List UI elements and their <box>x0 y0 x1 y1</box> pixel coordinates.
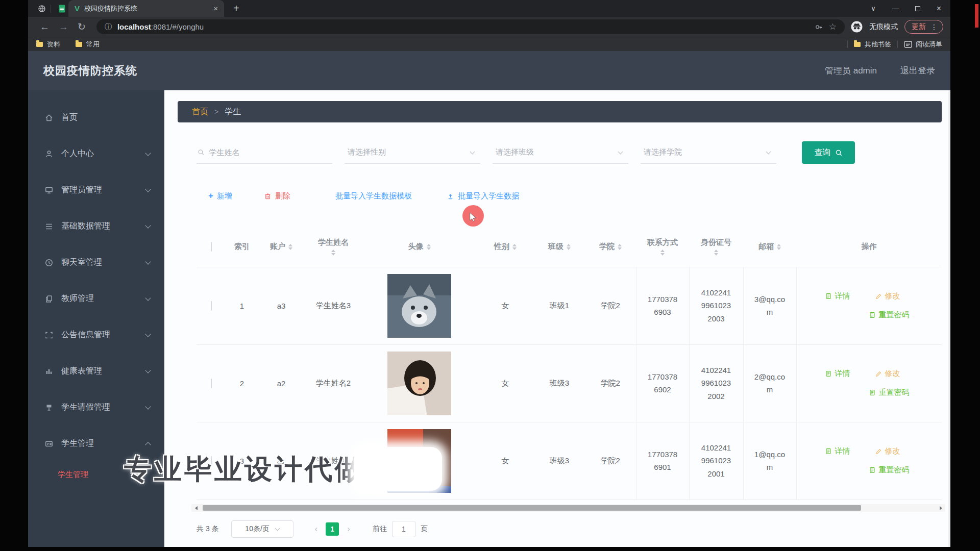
row-checkbox[interactable] <box>211 379 212 388</box>
sort-carets-icon[interactable] <box>512 244 517 250</box>
sort-carets-icon[interactable] <box>288 244 292 250</box>
update-button[interactable]: 更新 ⋮ <box>904 20 943 34</box>
detail-button[interactable]: 详情 <box>825 369 850 379</box>
tab-search-icon[interactable]: ∨ <box>871 5 876 12</box>
active-tab[interactable]: V 校园疫情防控系统 × <box>68 0 224 17</box>
cell-email: 3@qq.com <box>743 267 796 344</box>
reading-list[interactable]: 阅读清单 <box>904 40 942 49</box>
sidebar-item-leave-mgmt[interactable]: 学生请假管理 <box>28 389 164 425</box>
current-page-button[interactable]: 1 <box>326 522 339 536</box>
pencil-icon <box>875 293 882 300</box>
sidebar-item-announcement[interactable]: 公告信息管理 <box>28 317 164 353</box>
table-horizontal-scrollbar[interactable] <box>191 504 945 512</box>
tab-close-icon[interactable]: × <box>213 4 218 13</box>
gender-select[interactable]: 请选择性别 <box>345 141 480 164</box>
prev-page-button[interactable]: ‹ <box>315 524 318 534</box>
sort-carets-icon[interactable] <box>427 244 431 250</box>
import-data-link[interactable]: 批量导入学生数据 <box>447 191 519 201</box>
minimize-button[interactable]: — <box>892 5 899 12</box>
tab-separator <box>51 5 51 13</box>
page-size-select[interactable]: 10条/页 <box>231 520 293 538</box>
scroll-right-icon[interactable] <box>937 504 945 512</box>
sort-carets-icon[interactable] <box>567 244 571 250</box>
edit-button[interactable]: 修改 <box>875 369 900 379</box>
col-name[interactable]: 学生姓名 <box>305 227 362 267</box>
next-page-button[interactable]: › <box>347 524 350 534</box>
sidebar-item-label: 学生请假管理 <box>61 402 110 413</box>
close-window-button[interactable]: × <box>937 4 941 13</box>
student-name-search[interactable] <box>197 141 332 164</box>
class-select[interactable]: 请选择班级 <box>493 141 628 164</box>
cell-gender: 女 <box>477 422 534 499</box>
select-all-checkbox[interactable] <box>211 242 212 252</box>
row-checkbox[interactable] <box>211 301 212 311</box>
reset-password-button[interactable]: 重置密码 <box>869 465 910 475</box>
scroll-left-icon[interactable] <box>192 504 200 512</box>
col-college[interactable]: 学院 <box>585 227 636 267</box>
col-account[interactable]: 账户 <box>258 227 305 267</box>
address-bar[interactable]: ⓘ localhost :8081/#/yonghu ☆ <box>96 19 845 34</box>
logout-link[interactable]: 退出登录 <box>900 65 935 77</box>
sidebar-item-home[interactable]: 首页 <box>28 99 164 136</box>
sidebar-item-teacher-mgmt[interactable]: 教师管理 <box>28 281 164 317</box>
import-template-link[interactable]: 批量导入学生数据模板 <box>335 191 412 201</box>
cell-phone: 17703786902 <box>636 344 689 422</box>
college-select[interactable]: 请选择学院 <box>641 141 776 164</box>
sidebar-item-admin-mgmt[interactable]: 管理员管理 <box>28 172 164 208</box>
pinned-tab-sheet[interactable] <box>58 4 66 13</box>
detail-button[interactable]: 详情 <box>825 291 850 301</box>
other-bookmarks[interactable]: 其他书签 <box>854 40 891 49</box>
sidebar-item-label: 管理员管理 <box>61 185 102 195</box>
scrollbar-thumb[interactable] <box>203 505 861 511</box>
chevron-down-icon <box>145 150 151 156</box>
new-tab-button[interactable]: + <box>233 3 239 14</box>
col-phone[interactable]: 联系方式 <box>636 227 689 267</box>
breadcrumb-home-link[interactable]: 首页 <box>192 107 208 117</box>
sidebar-item-chatroom[interactable]: 聊天室管理 <box>28 244 164 281</box>
forward-icon[interactable]: → <box>59 21 68 33</box>
sidebar-item-basic-data[interactable]: 基础数据管理 <box>28 208 164 244</box>
sort-carets-icon[interactable] <box>618 244 622 250</box>
col-class[interactable]: 班级 <box>534 227 585 267</box>
sort-carets-icon[interactable] <box>714 249 718 256</box>
goto-page-input[interactable] <box>392 521 415 537</box>
header-right: 管理员 admin 退出登录 <box>825 65 935 77</box>
pinned-tab-globe[interactable] <box>37 4 46 13</box>
bookmark-folder-changyong[interactable]: 常用 <box>76 40 100 49</box>
col-avatar[interactable]: 头像 <box>362 227 477 267</box>
student-name-input[interactable] <box>209 148 332 157</box>
edit-button[interactable]: 修改 <box>875 291 900 301</box>
col-email[interactable]: 邮箱 <box>743 227 796 267</box>
sort-carets-icon[interactable] <box>331 249 335 256</box>
reload-icon[interactable]: ↻ <box>78 21 86 33</box>
password-key-icon[interactable] <box>814 23 823 31</box>
bookmark-folder-ziliao[interactable]: 资料 <box>36 40 60 49</box>
table-actions-row: + 新增 删除 批量导入学生数据模板 <box>208 187 519 205</box>
delete-button[interactable]: 删除 <box>264 191 290 201</box>
col-idcard[interactable]: 身份证号 <box>689 227 743 267</box>
add-button[interactable]: + 新增 <box>208 191 232 201</box>
plus-icon: + <box>208 191 213 201</box>
detail-button[interactable]: 详情 <box>825 446 850 456</box>
reset-password-button[interactable]: 重置密码 <box>869 310 910 320</box>
bookmark-star-icon[interactable]: ☆ <box>829 21 837 32</box>
sidebar-item-profile[interactable]: 个人中心 <box>28 136 164 172</box>
gender-select-placeholder: 请选择性别 <box>348 147 471 157</box>
recording-indicator-strip <box>975 4 978 28</box>
back-icon[interactable]: ← <box>40 21 50 33</box>
menu-kebab-icon[interactable]: ⋮ <box>930 23 938 31</box>
edit-button[interactable]: 修改 <box>875 446 900 456</box>
col-gender[interactable]: 性别 <box>477 227 534 267</box>
cell-email: 2@qq.com <box>743 344 796 422</box>
restore-button[interactable] <box>915 6 920 11</box>
reset-password-button[interactable]: 重置密码 <box>869 388 910 397</box>
query-button[interactable]: 查询 <box>802 141 855 164</box>
site-info-icon[interactable]: ⓘ <box>105 22 112 32</box>
card-icon <box>44 439 54 448</box>
sort-carets-icon[interactable] <box>660 249 665 256</box>
sort-carets-icon[interactable] <box>777 244 781 250</box>
page-scrollbar[interactable] <box>948 90 950 547</box>
sidebar-item-health-table[interactable]: 健康表管理 <box>28 353 164 389</box>
app-header: 校园疫情防控系统 管理员 admin 退出登录 <box>28 51 950 90</box>
col-index: 索引 <box>226 227 258 267</box>
